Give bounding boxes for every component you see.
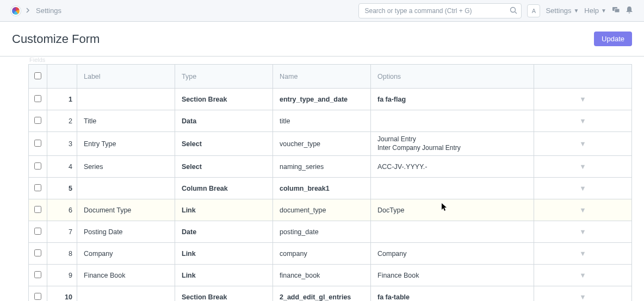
row-label[interactable]: Entry Type — [77, 132, 175, 156]
row-options[interactable] — [371, 221, 534, 243]
row-label[interactable]: Company — [77, 243, 175, 265]
row-name[interactable]: document_type — [273, 199, 371, 221]
row-actions: ▼ — [534, 110, 632, 132]
row-checkbox[interactable] — [34, 162, 41, 170]
row-options[interactable]: fa fa-table — [371, 286, 534, 302]
row-checkbox[interactable] — [34, 206, 41, 213]
row-label[interactable]: Posting Date — [77, 221, 175, 243]
row-checkbox[interactable] — [34, 271, 41, 278]
table-row[interactable]: 7Posting DateDateposting_date▼ — [29, 221, 632, 243]
row-type[interactable]: Link — [175, 243, 273, 265]
row-name[interactable]: finance_book — [273, 265, 371, 286]
caret-down-icon[interactable]: ▼ — [579, 250, 586, 258]
row-type[interactable]: Section Break — [175, 286, 273, 302]
row-options[interactable]: DocType — [371, 199, 534, 221]
svg-line-1 — [515, 11, 517, 14]
row-name[interactable]: voucher_type — [273, 132, 371, 156]
row-options[interactable] — [371, 110, 534, 132]
row-type[interactable]: Link — [175, 265, 273, 286]
svg-point-0 — [511, 7, 516, 12]
app-logo[interactable] — [11, 6, 21, 16]
row-checkbox-cell — [29, 243, 47, 265]
select-all-checkbox[interactable] — [34, 72, 41, 79]
row-name[interactable]: naming_series — [273, 156, 371, 178]
row-checkbox[interactable] — [34, 184, 41, 191]
table-row[interactable]: 5Column Breakcolumn_break1▼ — [29, 178, 632, 199]
row-checkbox[interactable] — [34, 249, 41, 256]
header-type[interactable]: Type — [175, 65, 273, 89]
user-avatar[interactable]: A — [527, 4, 540, 17]
row-type[interactable]: Select — [175, 132, 273, 156]
table-row[interactable]: 6Document TypeLinkdocument_typeDocType▼ — [29, 199, 632, 221]
row-checkbox[interactable] — [34, 95, 41, 102]
row-options[interactable]: Journal EntryInter Company Journal Entry — [371, 132, 534, 156]
row-type[interactable]: Link — [175, 199, 273, 221]
table-row[interactable]: 1Section Breakentry_type_and_datefa fa-f… — [29, 89, 632, 110]
row-label[interactable] — [77, 178, 175, 199]
row-name[interactable]: 2_add_edit_gl_entries — [273, 286, 371, 302]
help-dropdown[interactable]: Help ▼ — [584, 7, 606, 15]
caret-down-icon[interactable]: ▼ — [579, 293, 586, 301]
row-checkbox[interactable] — [34, 117, 41, 124]
row-options[interactable]: ACC-JV-.YYYY.- — [371, 156, 534, 178]
header-label[interactable]: Label — [77, 65, 175, 89]
row-options[interactable]: Company — [371, 243, 534, 265]
caret-down-icon[interactable]: ▼ — [579, 206, 586, 214]
row-checkbox[interactable] — [34, 293, 41, 300]
caret-down-icon: ▼ — [601, 8, 606, 14]
table-row[interactable]: 10Section Break2_add_edit_gl_entriesfa f… — [29, 286, 632, 302]
row-actions: ▼ — [534, 132, 632, 156]
row-options[interactable] — [371, 178, 534, 199]
row-index: 10 — [47, 286, 77, 302]
row-index: 9 — [47, 265, 77, 286]
header-name[interactable]: Name — [273, 65, 371, 89]
row-checkbox-cell — [29, 156, 47, 178]
row-checkbox-cell — [29, 199, 47, 221]
header-options[interactable]: Options — [371, 65, 534, 89]
row-name[interactable]: posting_date — [273, 221, 371, 243]
row-type[interactable]: Date — [175, 221, 273, 243]
row-options[interactable]: Finance Book — [371, 265, 534, 286]
caret-down-icon[interactable]: ▼ — [579, 272, 586, 279]
row-checkbox[interactable] — [34, 140, 41, 147]
table-row[interactable]: 2TitleDatatitle▼ — [29, 110, 632, 132]
row-type[interactable]: Data — [175, 110, 273, 132]
row-index: 5 — [47, 178, 77, 199]
breadcrumb-settings[interactable]: Settings — [36, 7, 61, 15]
caret-down-icon[interactable]: ▼ — [579, 228, 586, 236]
search-icon[interactable] — [510, 7, 517, 16]
row-label[interactable]: Title — [77, 110, 175, 132]
row-label[interactable]: Document Type — [77, 199, 175, 221]
row-type[interactable]: Column Break — [175, 178, 273, 199]
settings-dropdown[interactable]: Settings ▼ — [546, 7, 579, 15]
row-type[interactable]: Select — [175, 156, 273, 178]
row-checkbox[interactable] — [34, 228, 41, 235]
row-name[interactable]: title — [273, 110, 371, 132]
row-label[interactable]: Series — [77, 156, 175, 178]
row-name[interactable]: company — [273, 243, 371, 265]
row-name[interactable]: column_break1 — [273, 178, 371, 199]
caret-down-icon[interactable]: ▼ — [579, 117, 586, 125]
row-name[interactable]: entry_type_and_date — [273, 89, 371, 110]
caret-down-icon[interactable]: ▼ — [579, 185, 586, 192]
row-index: 3 — [47, 132, 77, 156]
caret-down-icon[interactable]: ▼ — [579, 140, 586, 148]
table-row[interactable]: 3Entry TypeSelectvoucher_typeJournal Ent… — [29, 132, 632, 156]
caret-down-icon[interactable]: ▼ — [579, 96, 586, 103]
row-label[interactable] — [77, 89, 175, 110]
row-options[interactable]: fa fa-flag — [371, 89, 534, 110]
row-type[interactable]: Section Break — [175, 89, 273, 110]
row-actions: ▼ — [534, 265, 632, 286]
row-index: 7 — [47, 221, 77, 243]
table-row[interactable]: 4SeriesSelectnaming_seriesACC-JV-.YYYY.-… — [29, 156, 632, 178]
row-label[interactable]: Finance Book — [77, 265, 175, 286]
search-input[interactable] — [358, 3, 522, 18]
table-row[interactable]: 9Finance BookLinkfinance_bookFinance Boo… — [29, 265, 632, 286]
update-button[interactable]: Update — [594, 32, 632, 46]
caret-down-icon[interactable]: ▼ — [579, 163, 586, 171]
table-row[interactable]: 8CompanyLinkcompanyCompany▼ — [29, 243, 632, 265]
row-actions: ▼ — [534, 199, 632, 221]
bell-icon[interactable] — [626, 6, 633, 16]
chat-icon[interactable] — [612, 6, 620, 16]
row-label[interactable] — [77, 286, 175, 302]
